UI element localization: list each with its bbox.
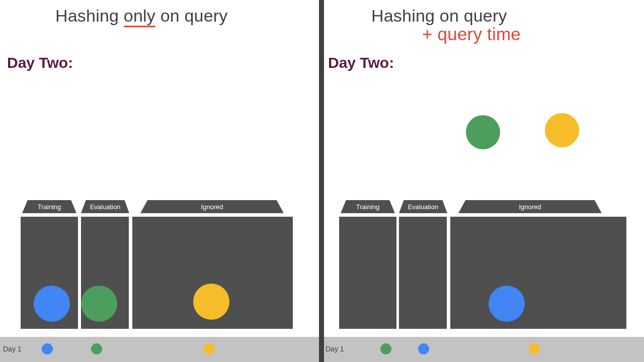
right-float-yellow-circle-icon [545, 113, 579, 147]
right-evaluation-bucket [399, 217, 447, 329]
left-title: Hashing only on query [55, 6, 228, 26]
right-training-bucket [339, 217, 396, 329]
left-title-post: on query [155, 6, 228, 25]
left-green-circle-icon [81, 286, 117, 322]
right-day-label: Day Two: [328, 54, 394, 71]
right-float-green-circle-icon [466, 115, 500, 149]
left-ignored-label: Ignored [140, 200, 284, 213]
footer-left-green-dot-icon [91, 343, 102, 354]
left-title-pre: Hashing [55, 6, 124, 25]
footer-day1-left: Day 1 [3, 345, 22, 353]
left-yellow-circle-icon [193, 284, 229, 320]
left-title-underline: only [124, 6, 155, 26]
footer-left-yellow-dot-icon [204, 343, 215, 354]
right-ignored-bucket [450, 217, 626, 329]
footer-right-green-dot-icon [380, 343, 391, 354]
right-training-label: Training [341, 200, 395, 213]
right-evaluation-label: Evaluation [399, 200, 447, 213]
footer-day1-right: Day 1 [326, 345, 344, 353]
vertical-divider [319, 0, 324, 362]
right-blue-circle-icon [489, 286, 525, 322]
right-subtitle: + query time [422, 24, 521, 44]
left-day-label: Day Two: [7, 54, 73, 71]
left-blue-circle-icon [34, 286, 70, 322]
footer-left-blue-dot-icon [42, 343, 53, 354]
left-training-label: Training [22, 200, 76, 213]
footer-right-blue-dot-icon [418, 343, 429, 354]
footer-right-yellow-dot-icon [529, 343, 540, 354]
slide-canvas: Hashing only on query Hashing on query +… [0, 0, 644, 362]
right-ignored-label: Ignored [458, 200, 602, 213]
right-title: Hashing on query [371, 6, 507, 26]
left-evaluation-label: Evaluation [81, 200, 129, 213]
